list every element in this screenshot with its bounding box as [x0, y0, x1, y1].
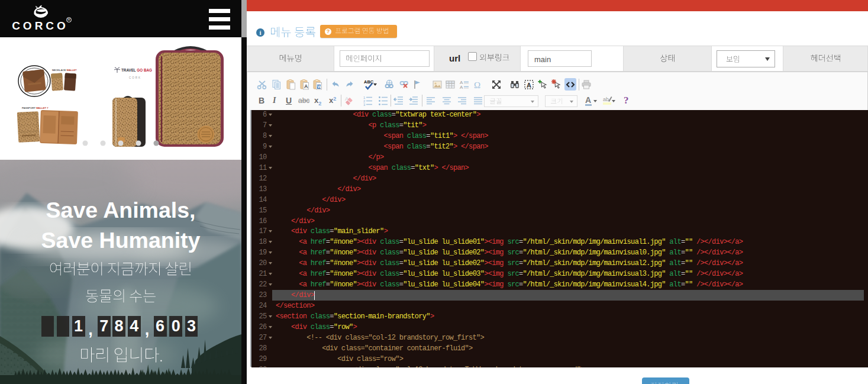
svg-text:ab: ab — [603, 96, 609, 102]
svg-text:PASSPORT WALLET 7: PASSPORT WALLET 7 — [22, 107, 49, 109]
svg-text:NECKLACE WALLET: NECKLACE WALLET — [52, 69, 77, 72]
svg-text:W: W — [318, 85, 322, 89]
svg-text:A: A — [460, 85, 463, 90]
svg-text:CORK: CORK — [129, 76, 141, 79]
svg-text:A: A — [527, 82, 531, 89]
svg-text:Ω: Ω — [474, 80, 480, 90]
svg-text:3: 3 — [363, 103, 366, 107]
svg-text:TRAVEL GO BAG: TRAVEL GO BAG — [121, 68, 152, 72]
svg-text:A: A — [304, 83, 308, 89]
